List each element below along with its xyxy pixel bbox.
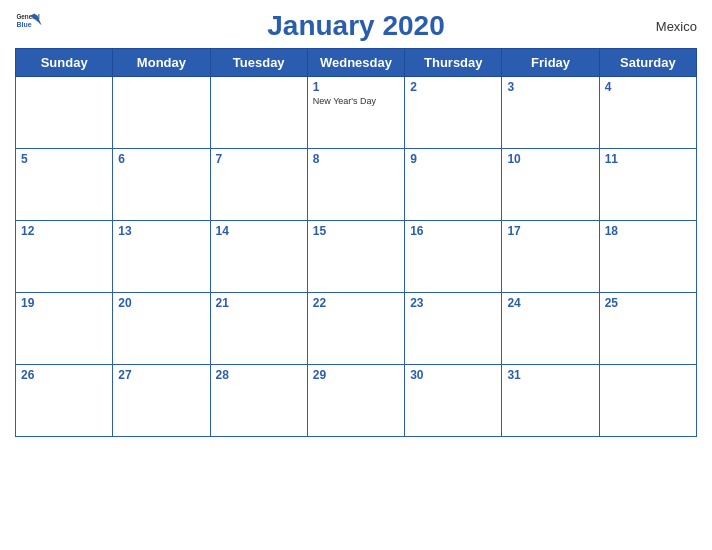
calendar-day-cell: 30 (405, 365, 502, 437)
calendar-day-cell: 31 (502, 365, 599, 437)
day-number: 19 (21, 296, 107, 310)
day-number: 27 (118, 368, 204, 382)
calendar-day-cell: 14 (210, 221, 307, 293)
calendar-day-cell: 19 (16, 293, 113, 365)
day-number: 5 (21, 152, 107, 166)
calendar-day-cell: 7 (210, 149, 307, 221)
calendar-week-row: 1New Year's Day234 (16, 77, 697, 149)
svg-text:Blue: Blue (16, 21, 31, 28)
calendar-header: General Blue January 2020 Mexico (15, 10, 697, 42)
holiday-label: New Year's Day (313, 96, 399, 106)
weekday-header-cell: Thursday (405, 49, 502, 77)
day-number: 16 (410, 224, 496, 238)
calendar-day-cell: 26 (16, 365, 113, 437)
calendar-day-cell: 8 (307, 149, 404, 221)
weekday-header-cell: Friday (502, 49, 599, 77)
calendar-day-cell: 23 (405, 293, 502, 365)
day-number: 3 (507, 80, 593, 94)
day-number: 6 (118, 152, 204, 166)
calendar-day-cell: 24 (502, 293, 599, 365)
calendar-day-cell (16, 77, 113, 149)
day-number: 8 (313, 152, 399, 166)
country-label: Mexico (656, 19, 697, 34)
calendar-day-cell: 5 (16, 149, 113, 221)
day-number: 9 (410, 152, 496, 166)
calendar-day-cell: 2 (405, 77, 502, 149)
weekday-header-cell: Monday (113, 49, 210, 77)
day-number: 1 (313, 80, 399, 94)
calendar-wrapper: General Blue January 2020 Mexico SundayM… (0, 0, 712, 550)
calendar-day-cell: 13 (113, 221, 210, 293)
day-number: 14 (216, 224, 302, 238)
calendar-day-cell: 21 (210, 293, 307, 365)
day-number: 23 (410, 296, 496, 310)
day-number: 18 (605, 224, 691, 238)
calendar-day-cell: 15 (307, 221, 404, 293)
calendar-table: SundayMondayTuesdayWednesdayThursdayFrid… (15, 48, 697, 437)
calendar-day-cell: 3 (502, 77, 599, 149)
calendar-week-row: 12131415161718 (16, 221, 697, 293)
weekday-header-cell: Sunday (16, 49, 113, 77)
calendar-day-cell: 1New Year's Day (307, 77, 404, 149)
calendar-day-cell: 28 (210, 365, 307, 437)
calendar-day-cell: 4 (599, 77, 696, 149)
weekday-header-row: SundayMondayTuesdayWednesdayThursdayFrid… (16, 49, 697, 77)
calendar-day-cell (599, 365, 696, 437)
weekday-header-cell: Saturday (599, 49, 696, 77)
calendar-day-cell: 17 (502, 221, 599, 293)
logo-icon: General Blue (15, 10, 43, 38)
calendar-day-cell: 22 (307, 293, 404, 365)
calendar-body: 1New Year's Day2345678910111213141516171… (16, 77, 697, 437)
calendar-day-cell: 18 (599, 221, 696, 293)
day-number: 12 (21, 224, 107, 238)
calendar-title: January 2020 (267, 10, 444, 42)
day-number: 29 (313, 368, 399, 382)
weekday-header-cell: Wednesday (307, 49, 404, 77)
logo-area: General Blue (15, 10, 46, 38)
calendar-day-cell: 27 (113, 365, 210, 437)
day-number: 21 (216, 296, 302, 310)
calendar-week-row: 567891011 (16, 149, 697, 221)
day-number: 11 (605, 152, 691, 166)
day-number: 25 (605, 296, 691, 310)
day-number: 13 (118, 224, 204, 238)
day-number: 10 (507, 152, 593, 166)
calendar-week-row: 19202122232425 (16, 293, 697, 365)
weekday-header-cell: Tuesday (210, 49, 307, 77)
calendar-day-cell: 6 (113, 149, 210, 221)
calendar-week-row: 262728293031 (16, 365, 697, 437)
calendar-day-cell: 25 (599, 293, 696, 365)
calendar-day-cell: 29 (307, 365, 404, 437)
day-number: 15 (313, 224, 399, 238)
calendar-day-cell (210, 77, 307, 149)
calendar-day-cell: 20 (113, 293, 210, 365)
day-number: 24 (507, 296, 593, 310)
day-number: 20 (118, 296, 204, 310)
day-number: 28 (216, 368, 302, 382)
day-number: 7 (216, 152, 302, 166)
day-number: 17 (507, 224, 593, 238)
day-number: 22 (313, 296, 399, 310)
day-number: 31 (507, 368, 593, 382)
day-number: 2 (410, 80, 496, 94)
calendar-day-cell: 9 (405, 149, 502, 221)
calendar-day-cell (113, 77, 210, 149)
day-number: 4 (605, 80, 691, 94)
calendar-day-cell: 11 (599, 149, 696, 221)
day-number: 30 (410, 368, 496, 382)
calendar-day-cell: 10 (502, 149, 599, 221)
day-number: 26 (21, 368, 107, 382)
calendar-day-cell: 12 (16, 221, 113, 293)
calendar-day-cell: 16 (405, 221, 502, 293)
